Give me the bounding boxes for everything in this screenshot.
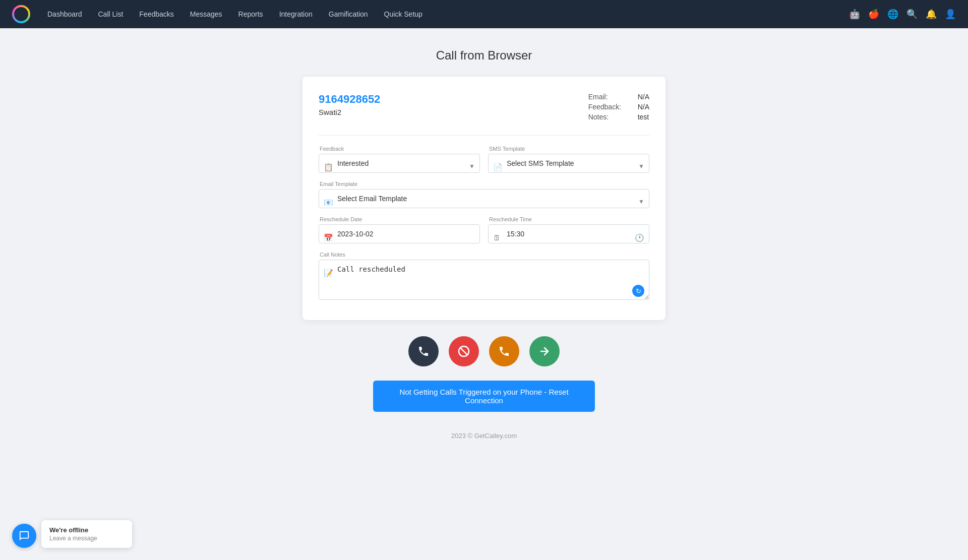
navbar: Dashboard Call List Feedbacks Messages R…: [0, 0, 968, 28]
form-grid: Feedback 📋 Interested ▼ SMS Template 📄 S…: [319, 146, 649, 302]
feedback-value: N/A: [638, 103, 649, 111]
search-icon[interactable]: 🔍: [906, 9, 918, 20]
feedback-field-label: Feedback: [319, 146, 480, 152]
feedback-label: Feedback:: [588, 103, 634, 111]
page-title: Call from Browser: [436, 48, 532, 63]
refresh-icon[interactable]: ↻: [632, 285, 644, 297]
nav-reports[interactable]: Reports: [231, 6, 270, 22]
reschedule-date-group: Reschedule Date 📅: [319, 216, 480, 243]
contact-left: 9164928652 Swati2: [319, 93, 380, 116]
nav-messages[interactable]: Messages: [183, 6, 229, 22]
email-template-group: Email Template 📧 Select Email Template ▼: [319, 181, 649, 208]
chat-icon: [19, 530, 30, 541]
contact-info: 9164928652 Swati2 Email: N/A Feedback: N…: [319, 93, 649, 121]
form-row-3: Reschedule Date 📅 Reschedule Time 🗓 🕐: [319, 216, 649, 243]
call-notes-textarea[interactable]: Call rescheduled: [319, 260, 649, 300]
notes-label: Notes:: [588, 113, 634, 121]
feedback-select[interactable]: Interested: [319, 154, 480, 173]
notes-value: test: [638, 113, 649, 121]
chat-tooltip: We're offline Leave a message: [41, 520, 132, 548]
footer-text: 2023 © GetCalley.com: [451, 432, 517, 440]
chat-button[interactable]: [12, 524, 36, 548]
offline-sub: Leave a message: [49, 535, 124, 542]
user-icon[interactable]: 👤: [945, 9, 956, 20]
decline-button[interactable]: [449, 336, 479, 366]
nav-call-list[interactable]: Call List: [91, 6, 131, 22]
sms-template-group: SMS Template 📄 Select SMS Template ▼: [488, 146, 649, 173]
call-button[interactable]: [408, 336, 439, 366]
decline-icon: [458, 345, 470, 357]
chat-widget: We're offline Leave a message: [12, 520, 132, 548]
hold-button[interactable]: [489, 336, 519, 366]
call-icon: [417, 345, 430, 357]
svg-line-1: [460, 348, 467, 355]
action-buttons: [408, 336, 560, 366]
nav-quick-setup[interactable]: Quick Setup: [377, 6, 430, 22]
call-notes-label: Call Notes: [319, 252, 649, 258]
hold-icon: [498, 345, 510, 357]
nav-icons: 🤖 🍎 🌐 🔍 🔔 👤: [849, 9, 956, 20]
divider: [319, 135, 649, 136]
logo-icon: [12, 5, 30, 23]
footer: 2023 © GetCalley.com: [451, 432, 517, 440]
call-notes-group: Call Notes 📝 Call rescheduled ↻: [319, 252, 649, 302]
feedback-group: Feedback 📋 Interested ▼: [319, 146, 480, 173]
contact-name: Swati2: [319, 108, 380, 116]
offline-title: We're offline: [49, 526, 124, 534]
reschedule-time-label: Reschedule Time: [488, 216, 649, 222]
email-template-select[interactable]: Select Email Template: [319, 189, 649, 208]
nav-gamification[interactable]: Gamification: [322, 6, 375, 22]
bell-icon[interactable]: 🔔: [926, 9, 937, 20]
sms-template-select[interactable]: Select SMS Template: [488, 154, 649, 173]
email-label: Email:: [588, 93, 634, 101]
main-content: Call from Browser 9164928652 Swati2 Emai…: [0, 28, 968, 470]
reschedule-time-input[interactable]: [488, 224, 649, 243]
contact-details: Email: N/A Feedback: N/A Notes: test: [588, 93, 649, 121]
email-template-label: Email Template: [319, 181, 649, 187]
nav-dashboard[interactable]: Dashboard: [40, 6, 89, 22]
apple-icon[interactable]: 🍎: [868, 9, 879, 20]
contact-phone: 9164928652: [319, 93, 380, 106]
call-card: 9164928652 Swati2 Email: N/A Feedback: N…: [302, 77, 666, 320]
form-row-1: Feedback 📋 Interested ▼ SMS Template 📄 S…: [319, 146, 649, 173]
forward-icon: [538, 345, 551, 357]
nav-integration[interactable]: Integration: [272, 6, 320, 22]
forward-button[interactable]: [529, 336, 560, 366]
android-icon[interactable]: 🤖: [849, 9, 860, 20]
reschedule-date-input[interactable]: [319, 224, 480, 243]
help-icon[interactable]: 🌐: [887, 9, 898, 20]
email-value: N/A: [638, 93, 649, 101]
nav-links: Dashboard Call List Feedbacks Messages R…: [40, 6, 845, 22]
reset-connection-button[interactable]: Not Getting Calls Triggered on your Phon…: [373, 381, 595, 412]
form-row-4: Call Notes 📝 Call rescheduled ↻: [319, 252, 649, 302]
form-row-2: Email Template 📧 Select Email Template ▼: [319, 181, 649, 208]
sms-template-label: SMS Template: [488, 146, 649, 152]
reschedule-date-label: Reschedule Date: [319, 216, 480, 222]
reschedule-time-group: Reschedule Time 🗓 🕐: [488, 216, 649, 243]
nav-feedbacks[interactable]: Feedbacks: [132, 6, 180, 22]
